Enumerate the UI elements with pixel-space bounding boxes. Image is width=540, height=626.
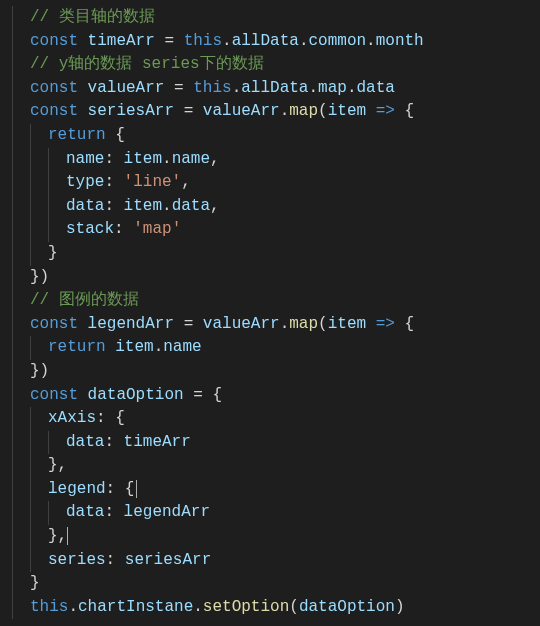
token-pun: , — [210, 150, 220, 168]
token-var: valueArr — [203, 102, 280, 120]
code-line[interactable]: this.chartInstane.setOption(dataOption) — [12, 596, 540, 620]
token-pun: }) — [30, 268, 49, 286]
code-line[interactable]: }, — [12, 525, 540, 549]
token-var: timeArr — [88, 32, 155, 50]
code-line[interactable]: // 图例的数据 — [12, 289, 540, 313]
token-var: timeArr — [124, 433, 191, 451]
token-fn: map — [289, 102, 318, 120]
token-cmt: // 类目轴的数据 — [30, 8, 155, 26]
token-str: 'map' — [133, 220, 181, 238]
token-pun: . — [280, 102, 290, 120]
indent-guide — [12, 384, 13, 408]
token-pun: { — [106, 126, 125, 144]
token-this: this — [30, 598, 68, 616]
token-kw: const — [30, 315, 88, 333]
token-pun: ( — [289, 598, 299, 616]
code-line[interactable]: const seriesArr = valueArr.map(item => { — [12, 100, 540, 124]
token-cmt: // y轴的数据 series下的数据 — [30, 55, 264, 73]
token-prop: xAxis — [48, 409, 96, 427]
indent-guide — [12, 242, 13, 266]
token-pun: . — [68, 598, 78, 616]
token-pun: ( — [318, 315, 328, 333]
code-line[interactable]: }) — [12, 266, 540, 290]
code-line[interactable]: const legendArr = valueArr.map(item => { — [12, 313, 540, 337]
indent-guide — [12, 30, 13, 54]
code-line[interactable]: legend: { — [12, 478, 540, 502]
token-kw: return — [48, 126, 106, 144]
token-pun: . — [162, 197, 172, 215]
indent-guide — [30, 148, 31, 172]
token-pun: = — [164, 79, 193, 97]
token-this: this — [184, 32, 222, 50]
code-line[interactable]: } — [12, 572, 540, 596]
token-var: seriesArr — [88, 102, 174, 120]
indent-guide — [12, 53, 13, 77]
indent-guide — [12, 218, 13, 242]
indent-guide — [30, 478, 31, 502]
indent-guide — [12, 478, 13, 502]
token-var: legendArr — [124, 503, 210, 521]
token-pun: : — [104, 173, 123, 191]
code-editor[interactable]: // 类目轴的数据const timeArr = this.allData.co… — [0, 0, 540, 625]
token-pun: { — [405, 315, 415, 333]
indent-guide — [30, 242, 31, 266]
code-line[interactable]: series: seriesArr — [12, 549, 540, 573]
code-line[interactable]: type: 'line', — [12, 171, 540, 195]
token-kw: => — [366, 102, 404, 120]
indent-guide — [30, 218, 31, 242]
code-line[interactable]: data: legendArr — [12, 501, 540, 525]
token-var: legendArr — [88, 315, 174, 333]
code-line[interactable]: name: item.name, — [12, 148, 540, 172]
token-prop: name — [163, 338, 201, 356]
code-line[interactable]: const timeArr = this.allData.common.mont… — [12, 30, 540, 54]
token-pun: : — [104, 503, 123, 521]
indent-guide — [30, 171, 31, 195]
code-line[interactable]: const valueArr = this.allData.map.data — [12, 77, 540, 101]
token-pun: : — [114, 220, 133, 238]
token-prop: data — [66, 503, 104, 521]
indent-guide — [12, 266, 13, 290]
code-line[interactable]: return item.name — [12, 336, 540, 360]
token-prop: common — [308, 32, 366, 50]
token-str: 'line' — [124, 173, 182, 191]
indent-guide — [12, 148, 13, 172]
code-line[interactable]: } — [12, 242, 540, 266]
token-pun: } — [30, 574, 40, 592]
code-line[interactable]: data: timeArr — [12, 431, 540, 455]
indent-guide — [30, 454, 31, 478]
code-line[interactable]: }) — [12, 360, 540, 384]
token-pun: ) — [395, 598, 405, 616]
indent-guide — [12, 195, 13, 219]
token-pun: . — [280, 315, 290, 333]
token-prop: name — [172, 150, 210, 168]
token-pun: . — [347, 79, 357, 97]
token-var: item — [328, 315, 366, 333]
indent-guide — [12, 431, 13, 455]
token-pun: . — [162, 150, 172, 168]
token-var: valueArr — [88, 79, 165, 97]
code-line[interactable]: return { — [12, 124, 540, 148]
indent-guide — [12, 6, 13, 30]
token-prop: data — [172, 197, 210, 215]
token-kw: const — [30, 79, 88, 97]
code-line[interactable]: }, — [12, 454, 540, 478]
code-line[interactable]: xAxis: { — [12, 407, 540, 431]
indent-guide — [48, 148, 49, 172]
code-line[interactable]: data: item.data, — [12, 195, 540, 219]
token-prop: legend — [48, 480, 106, 498]
token-kw: => — [366, 315, 404, 333]
indent-guide — [12, 525, 13, 549]
token-fn: map — [289, 315, 318, 333]
code-line[interactable]: // 类目轴的数据 — [12, 6, 540, 30]
code-line[interactable]: // y轴的数据 series下的数据 — [12, 53, 540, 77]
token-pun: : — [104, 433, 123, 451]
text-cursor — [67, 527, 68, 545]
indent-guide — [30, 336, 31, 360]
indent-guide — [12, 100, 13, 124]
code-line[interactable]: stack: 'map' — [12, 218, 540, 242]
token-kw: const — [30, 32, 88, 50]
code-line[interactable]: const dataOption = { — [12, 384, 540, 408]
token-prop: name — [66, 150, 104, 168]
indent-guide — [30, 195, 31, 219]
token-pun: } — [48, 244, 58, 262]
